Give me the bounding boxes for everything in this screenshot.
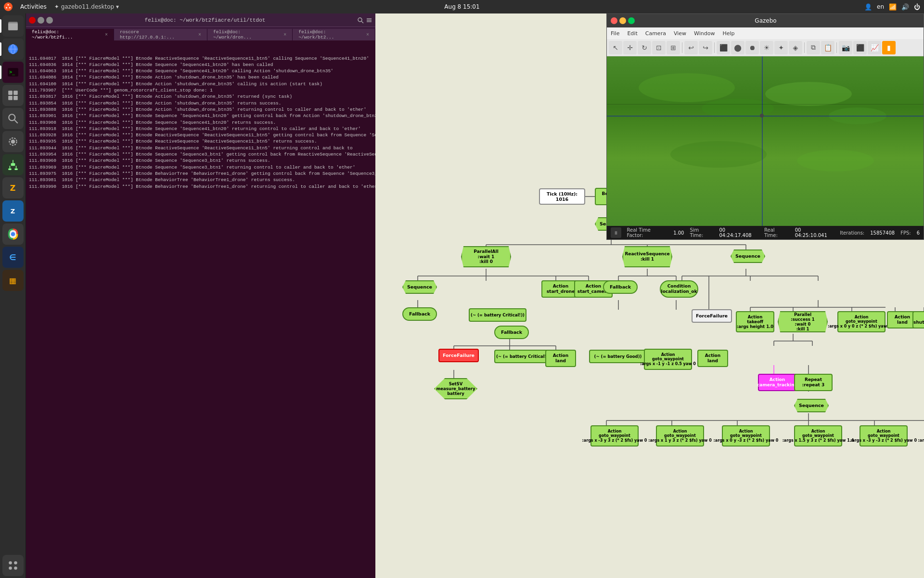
gz-menu-help[interactable]: Help [722, 30, 734, 37]
tick-node[interactable]: Tick (10Hz):1016 [539, 188, 585, 205]
gz-tool-paste[interactable]: 📋 [821, 41, 834, 54]
gz-tool-copy[interactable]: ⧉ [807, 41, 820, 54]
set-sv-node[interactable]: SetSV measure_battery battery [434, 378, 477, 399]
repeat-node[interactable]: Repeat :repeat 3 [794, 374, 833, 391]
terminal-tab-3[interactable]: felix@doc: ~/work/dron... × [207, 29, 293, 40]
tab-close-4[interactable]: × [366, 32, 369, 38]
eval1-label: (~ (= battery Critical!)) [471, 313, 525, 317]
gz-pause-btn[interactable]: ⏸ [611, 227, 621, 238]
gz-tool-cylinder[interactable]: ⏺ [745, 41, 759, 54]
sidebar-app-bt-editor[interactable] [2, 154, 24, 175]
gazebo-viewport[interactable] [607, 56, 924, 226]
gz-tool-undo[interactable]: ↩ [684, 41, 698, 54]
gz-tool-chart[interactable]: 📈 [868, 41, 881, 54]
gz-tool-rotate[interactable]: ↻ [638, 41, 651, 54]
gz-tool-spot-light[interactable]: ◈ [789, 41, 802, 54]
terminal-line: 111.893908 1016 [*** FiacreModel ***] Bt… [29, 119, 372, 126]
action-takeoff-node[interactable]: Action takeoff :args height 1.0 [736, 311, 774, 332]
parallel-all-node[interactable]: ParallelAll :wait 1 :kill 0 [461, 246, 511, 267]
force-failure1-node[interactable]: ForceFailure [692, 309, 732, 323]
gz-tool-screenshot[interactable]: 📷 [839, 41, 852, 54]
terminal-search-icon[interactable] [357, 17, 364, 24]
gz-tool-record[interactable]: ⬛ [853, 41, 867, 54]
action-goto-wp-b-node[interactable]: Action goto_waypoint :args x 1 y 3 z (* … [656, 425, 704, 447]
condition-localization-node[interactable]: Condition localization_ok [660, 280, 698, 298]
gz-tool-scale[interactable]: ⊡ [652, 41, 666, 54]
action-drone-node[interactable]: Action goto_waypoint :args x 1.5 y 3 z (… [794, 425, 842, 447]
sidebar-app-settings[interactable] [2, 131, 24, 152]
eval2-label: (~ (= battery Critical!)) [496, 354, 550, 359]
eval2-node[interactable]: (~ (= battery Critical!)) [494, 350, 552, 363]
tab-close-1[interactable]: × [105, 32, 108, 38]
tab-close-2[interactable]: × [198, 32, 201, 38]
terminal-line: 111.893960 1016 [*** FiacreModel ***] Bt… [29, 158, 372, 164]
svg-point-27 [9, 561, 12, 565]
gz-tool-snap[interactable]: ⊞ [667, 41, 680, 54]
gz-tool-sun-light[interactable]: ✦ [774, 41, 788, 54]
gz-menu-window[interactable]: Window [694, 30, 715, 37]
parallel1-node[interactable]: Parallel :success 1 :wait 0 :kill 1 [778, 311, 828, 332]
gz-tool-box[interactable]: ⬛ [717, 41, 730, 54]
gz-menu-edit[interactable]: Edit [627, 30, 637, 37]
terminal-max-btn[interactable] [46, 17, 53, 24]
sidebar-app-browser[interactable] [2, 39, 24, 60]
sidebar-app-chrome[interactable] [2, 223, 24, 245]
gz-tool-select[interactable]: ↖ [609, 41, 622, 54]
action-goto-wp1-node[interactable]: Action goto_waypoint :args x 0 y 0 z (* … [837, 311, 886, 332]
tab-close-3[interactable]: × [283, 32, 286, 38]
ubuntu-icon[interactable] [4, 2, 13, 11]
sidebar-app-z1[interactable]: Z [2, 177, 24, 198]
eval3-node[interactable]: (~ (= battery Good)) [589, 350, 647, 363]
gazebo-min-btn[interactable] [619, 17, 626, 24]
sidebar-app-files[interactable] [2, 15, 24, 37]
action-goto-wp-e-node[interactable]: Action goto_waypoint :args x -3 y -3 z (… [860, 425, 908, 447]
terminal-tab-4[interactable]: felix@doc: ~/work/bt2... × [293, 29, 375, 40]
fallback1-node[interactable]: Fallback [603, 280, 638, 294]
action-goto-wp2-node[interactable]: Action goto_waypoint :args x -1 y -1 z 0… [644, 349, 692, 370]
gazebo-max-btn[interactable] [628, 17, 635, 24]
gz-tool-redo[interactable]: ↪ [699, 41, 712, 54]
fallback2-node[interactable]: Fallback [402, 307, 437, 321]
gz-tool-sphere[interactable]: ⬤ [731, 41, 744, 54]
action-land2-node[interactable]: Action land [545, 350, 576, 367]
action-shutdown-node[interactable]: Action shutdown_drone [912, 311, 924, 328]
bt-area[interactable]: Tick (10Hz):1016 BehaviorTree drone Sequ… [375, 13, 924, 578]
action-goto-wp-c-node[interactable]: Action goto_waypoint :args x 0 y -3 z (*… [722, 425, 770, 447]
gz-menu-file[interactable]: File [611, 30, 619, 37]
fallback3-node[interactable]: Fallback [494, 326, 529, 339]
language-indicator[interactable]: en [877, 3, 884, 10]
sidebar-app-zoom[interactable]: Z [2, 200, 24, 222]
gazebo-close-btn[interactable] [611, 17, 617, 24]
sidebar-app-grid[interactable]: ▦ [2, 270, 24, 291]
eval1-node[interactable]: (~ (= battery Critical!)) [469, 308, 526, 322]
gz-menu-camera[interactable]: Camera [645, 30, 666, 37]
reactive-sequence-node[interactable]: ReactiveSequence :kill 1 [622, 246, 672, 267]
gz-menu-view[interactable]: View [674, 30, 686, 37]
sidebar-app-grid-bottom[interactable] [2, 555, 24, 576]
terminal-content[interactable]: 111.694017 1014 [*** FiacreModel ***] Bt… [26, 40, 375, 578]
sequence1-node[interactable]: Sequence [402, 280, 437, 294]
right-sequence-node[interactable]: Sequence [731, 250, 765, 263]
terminal-min-btn[interactable] [38, 17, 44, 24]
sidebar-app-search[interactable] [2, 108, 24, 129]
land3-label: Action land [705, 353, 720, 364]
gz-tool-point-light[interactable]: ☀ [760, 41, 773, 54]
terminal-menu-icon[interactable] [366, 17, 372, 24]
sidebar-app-apps[interactable] [2, 85, 24, 106]
sidebar-app-e[interactable]: ∈ [2, 247, 24, 268]
action-goto-wp-a-node[interactable]: Action goto_waypoint :args x -3 y 3 z (*… [590, 425, 639, 447]
sequence4-node[interactable]: Sequence [794, 399, 829, 412]
camera-tracking-node[interactable]: Action camera_tracking [758, 374, 796, 391]
svg-rect-13 [8, 96, 13, 100]
action-land3-node[interactable]: Action land [697, 350, 728, 367]
terminal-tab-1[interactable]: felix@doc: ~/work/bt2fi... × [26, 29, 114, 40]
sidebar-app-terminal[interactable]: >_ [2, 62, 24, 83]
svg-point-26 [11, 232, 15, 236]
activities-label[interactable]: Activities [20, 3, 47, 10]
terminal-close-btn[interactable] [29, 17, 36, 24]
force-failure2-node[interactable]: ForceFailure [438, 349, 479, 362]
gz-tool-active[interactable]: ▮ [882, 41, 896, 54]
terminal-tab-2[interactable]: roscore http://127.0.0.1:... × [114, 29, 207, 40]
desktop-label[interactable]: ✦ gazebo11.desktop ▾ [54, 3, 119, 10]
gz-tool-translate[interactable]: ✛ [623, 41, 637, 54]
